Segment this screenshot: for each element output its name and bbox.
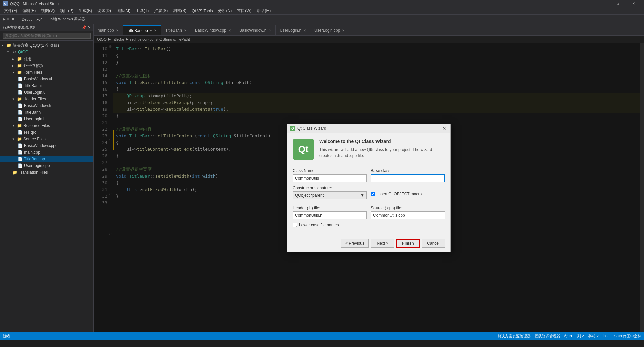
menu-project[interactable]: 项目(P) xyxy=(57,7,76,14)
sidebar-title-text: 解决方案资源管理器 xyxy=(3,25,36,30)
platform[interactable]: x64 xyxy=(35,17,44,21)
class-name-label: Class Name: xyxy=(293,168,367,173)
tab-close-icon[interactable]: ✕ xyxy=(303,29,306,32)
dialog-overlay: Q Qt Class Wizard ✕ Qt Welcome to the Qt… xyxy=(94,43,644,332)
menu-qtvstools[interactable]: Qt VS Tools xyxy=(189,8,215,14)
tab-label: TitleBar.cpp xyxy=(127,28,148,33)
status-ins: Ins xyxy=(603,334,608,339)
run-button[interactable]: 本地 Windows 调试器 xyxy=(48,17,86,22)
tree-item-titlebar-cpp[interactable]: 📄 TitleBar.cpp xyxy=(0,156,93,162)
window-title: QtQQ - Microsoft Visual Studio xyxy=(10,2,60,6)
cancel-button[interactable]: Cancel xyxy=(422,239,445,248)
base-class-input[interactable] xyxy=(371,174,445,182)
minimize-button[interactable]: — xyxy=(594,0,609,7)
tree-item-external[interactable]: ▶ 📁 外部依赖项 xyxy=(0,62,93,69)
breadcrumb-qtqq[interactable]: QtQQ xyxy=(97,37,107,41)
tree-item-resourcefiles[interactable]: ▼ 📁 Resource Files xyxy=(0,122,93,129)
tree-label: BasicWindow.cpp xyxy=(24,143,56,148)
dialog-description: This wizard will add a new Qt5 class to … xyxy=(319,147,445,159)
tree-arrow: ▼ xyxy=(12,71,17,74)
tab-close-icon[interactable]: ✕ xyxy=(269,29,271,32)
menu-ext[interactable]: 扩展(S) xyxy=(151,7,170,14)
debug-mode[interactable]: Debug xyxy=(20,17,34,21)
tab-userlogin-h[interactable]: UserLogin.h ✕ xyxy=(276,25,310,35)
file-icon: 📄 xyxy=(17,163,23,168)
tab-label: TitleBar.h xyxy=(165,28,182,33)
tree-item-headerfiles[interactable]: ▼ 📁 Header Files xyxy=(0,96,93,102)
close-button[interactable]: ✕ xyxy=(626,0,641,7)
tab-close-icon[interactable]: ✕ xyxy=(116,29,119,32)
tab-close-icon[interactable]: ✕ xyxy=(342,29,345,32)
toolbar-sep2 xyxy=(46,16,46,22)
menu-tools[interactable]: 工具(T) xyxy=(133,7,151,14)
dialog-close-button[interactable]: ✕ xyxy=(441,125,448,132)
breadcrumb-function[interactable]: setTitleIcon(const QString & filePath) xyxy=(130,37,190,41)
tab-close-icon[interactable]: ✕ xyxy=(228,29,231,32)
menu-edit[interactable]: 编辑(E) xyxy=(20,7,38,14)
insert-macro-row: Insert Q_OBJECT macro xyxy=(371,192,445,196)
tree-item-titlebar-h[interactable]: 📄 TitleBar.h xyxy=(0,109,93,116)
status-char: 字符 2 xyxy=(588,334,599,339)
tree-item-qtqq[interactable]: ▼ ⚙ QtQQ xyxy=(0,49,93,55)
menu-test[interactable]: 测试(S) xyxy=(170,7,189,14)
tree-item-basicwindow-ui[interactable]: 📄 BasicWindow.ui xyxy=(0,76,93,82)
team-explorer-link[interactable]: 团队资源管理器 xyxy=(535,334,560,339)
menu-window[interactable]: 窗口(W) xyxy=(234,7,254,14)
tree-item-solution[interactable]: ▼ 📁 解决方案'QtQQ'(1 个项目) xyxy=(0,42,93,49)
tab-basicwindow-cpp[interactable]: BasicWindow.cpp ✕ xyxy=(191,25,235,35)
status-col: 列 2 xyxy=(577,334,584,339)
sidebar-search-area xyxy=(0,31,93,41)
header-file-input[interactable] xyxy=(293,211,367,219)
tab-basicwindow-h[interactable]: BasicWindow.h ✕ xyxy=(235,25,276,35)
class-name-input[interactable] xyxy=(293,174,367,182)
tab-userlogin-cpp[interactable]: UserLogin.cpp ✕ xyxy=(310,25,349,35)
constructor-sig-select[interactable]: QObject *parent ▼ xyxy=(293,191,367,199)
tree-item-sourcefiles[interactable]: ▼ 📁 Source Files xyxy=(0,136,93,142)
menu-file[interactable]: 文件(F) xyxy=(1,7,20,14)
lowercase-checkbox[interactable] xyxy=(293,223,297,227)
file-icon: 📄 xyxy=(17,150,23,155)
search-input[interactable] xyxy=(3,33,91,39)
sourcefiles-icon: 📁 xyxy=(17,137,22,141)
tab-close-icon[interactable]: ✕ xyxy=(154,29,157,32)
window-controls[interactable]: — □ ✕ xyxy=(594,0,641,7)
menu-build[interactable]: 生成(B) xyxy=(76,7,95,14)
tree-label: Resource Files xyxy=(23,123,50,128)
menu-view[interactable]: 视图(V) xyxy=(38,7,57,14)
menu-team[interactable]: 团队(M) xyxy=(114,7,133,14)
sidebar-close-icon[interactable]: ✕ xyxy=(88,25,91,30)
finish-button[interactable]: Finish xyxy=(396,239,420,248)
tree-item-userlogin-cpp[interactable]: 📄 UserLogin.cpp xyxy=(0,162,93,169)
insert-macro-checkbox[interactable] xyxy=(371,192,375,196)
tree-item-basicwindow-cpp[interactable]: 📄 BasicWindow.cpp xyxy=(0,142,93,149)
tree-item-basicwindow-h[interactable]: 📄 BasicWindow.h xyxy=(0,102,93,109)
base-class-label: Base class: xyxy=(371,168,445,173)
headerfiles-icon: 📁 xyxy=(17,97,22,101)
breadcrumb-titlebar[interactable]: TitleBar xyxy=(112,37,125,41)
tab-titlebar-h[interactable]: TitleBar.h ✕ xyxy=(161,25,191,35)
tab-close-icon[interactable]: ✕ xyxy=(184,29,187,32)
previous-button[interactable]: < Previous xyxy=(341,239,369,248)
menu-analyze[interactable]: 分析(N) xyxy=(215,7,234,14)
menu-help[interactable]: 帮助(H) xyxy=(254,7,273,14)
status-brand: CSDN @国中之林 xyxy=(612,334,641,339)
tree-item-translation[interactable]: 📁 Translation Files xyxy=(0,169,93,176)
sidebar-pin-icon[interactable]: 📌 xyxy=(82,25,86,30)
menu-debug[interactable]: 调试(D) xyxy=(95,7,114,14)
tab-label: BasicWindow.h xyxy=(239,28,266,33)
maximize-button[interactable]: □ xyxy=(610,0,625,7)
tree-item-res-qrc[interactable]: 📄 res.qrc xyxy=(0,129,93,136)
tab-titlebar-cpp[interactable]: TitleBar.cpp ● ✕ xyxy=(123,25,161,35)
tab-main-cpp[interactable]: main.cpp ✕ xyxy=(94,25,123,35)
title-bar: Q QtQQ - Microsoft Visual Studio — □ ✕ xyxy=(0,0,644,7)
tree-item-formfiles[interactable]: ▼ 📁 Form Files xyxy=(0,69,93,76)
tree-item-userlogin-ui[interactable]: 📄 UserLogin.ui xyxy=(0,89,93,96)
source-file-input[interactable] xyxy=(371,211,445,219)
tree-item-main-cpp[interactable]: 📄 main.cpp xyxy=(0,149,93,156)
tree-item-refs[interactable]: ▶ 📁 引用 xyxy=(0,55,93,62)
next-button[interactable]: Next > xyxy=(371,239,394,248)
status-right: 解决方案资源管理器 团队资源管理器 行 20 列 2 字符 2 Ins CSDN… xyxy=(498,334,641,339)
tree-item-titlebar-ui[interactable]: 📄 TitleBar.ui xyxy=(0,82,93,89)
tree-item-userlogin-h[interactable]: 📄 UserLogin.h xyxy=(0,116,93,122)
solution-explorer-link[interactable]: 解决方案资源管理器 xyxy=(498,334,531,339)
